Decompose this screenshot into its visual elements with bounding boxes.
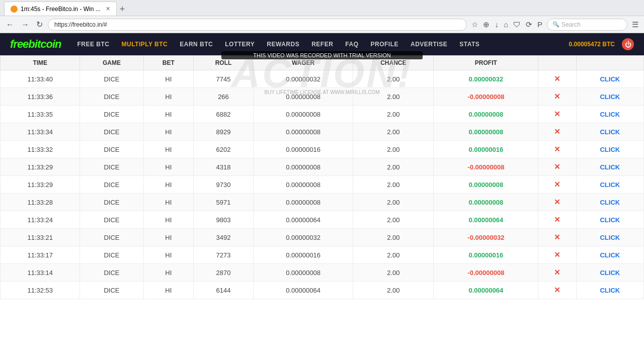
delete-button[interactable]: ✕	[554, 250, 560, 259]
forward-button[interactable]: →	[19, 19, 31, 30]
delete-button[interactable]: ✕	[554, 74, 560, 83]
delete-button[interactable]: ✕	[554, 145, 560, 153]
cell-click[interactable]: CLICK	[576, 158, 643, 176]
cell-roll: 5971	[194, 194, 254, 211]
delete-button[interactable]: ✕	[554, 198, 560, 206]
cell-delete[interactable]: ✕	[538, 246, 576, 264]
search-box[interactable]: 🔍 Search	[547, 19, 627, 31]
cell-time: 11:33:36	[1, 88, 80, 106]
click-link[interactable]: CLICK	[600, 128, 620, 136]
nav-earn-btc[interactable]: EARN BTC	[174, 33, 219, 55]
delete-button[interactable]: ✕	[554, 233, 560, 241]
cell-profit: -0.00000008	[434, 88, 538, 106]
cell-click[interactable]: CLICK	[576, 229, 643, 246]
click-link[interactable]: CLICK	[600, 216, 620, 224]
cell-click[interactable]: CLICK	[576, 70, 643, 88]
home-icon[interactable]: ⌂	[502, 19, 510, 30]
cell-click[interactable]: CLICK	[576, 88, 643, 106]
nav-multiply-btc[interactable]: MULTIPLY BTC	[115, 33, 174, 55]
cell-click[interactable]: CLICK	[576, 106, 643, 123]
new-tab-button[interactable]: +	[120, 4, 125, 16]
cell-bet: HI	[143, 123, 194, 141]
site-logo[interactable]: freebitcoin	[10, 38, 61, 51]
cell-delete[interactable]: ✕	[538, 194, 576, 211]
shield-icon[interactable]: 🛡	[512, 19, 522, 30]
bets-table-container[interactable]: TIME GAME BET ROLL WAGER CHANCE PROFIT 1…	[0, 55, 644, 344]
menu-icon[interactable]: ☰	[630, 19, 640, 30]
click-link[interactable]: CLICK	[600, 75, 620, 83]
url-input[interactable]: https://freebitco.in/#	[48, 19, 467, 31]
cell-delete[interactable]: ✕	[538, 282, 576, 299]
click-link[interactable]: CLICK	[600, 251, 620, 259]
cell-chance: 2.00	[353, 176, 434, 194]
cell-time: 11:33:29	[1, 176, 80, 194]
cell-click[interactable]: CLICK	[576, 194, 643, 211]
logout-button[interactable]: ⏻	[622, 38, 634, 50]
cell-wager: 0.00000008	[253, 158, 353, 176]
nav-free-btc[interactable]: FREE BTC	[71, 33, 115, 55]
cell-profit: 0.00000008	[434, 194, 538, 211]
click-link[interactable]: CLICK	[600, 111, 620, 118]
click-link[interactable]: CLICK	[600, 199, 620, 206]
cell-chance: 2.00	[353, 264, 434, 282]
cell-click[interactable]: CLICK	[576, 141, 643, 158]
cell-chance: 2.00	[353, 123, 434, 141]
cell-delete[interactable]: ✕	[538, 141, 576, 158]
cell-roll: 6202	[194, 141, 254, 158]
cell-roll: 8929	[194, 123, 254, 141]
click-link[interactable]: CLICK	[600, 93, 620, 101]
cell-click[interactable]: CLICK	[576, 264, 643, 282]
bookmark-icon[interactable]: ☆	[470, 19, 479, 30]
cell-click[interactable]: CLICK	[576, 282, 643, 299]
social-icon[interactable]: P	[536, 19, 544, 30]
tab-close-button[interactable]: ✕	[106, 6, 110, 12]
download-icon[interactable]: ↓	[493, 19, 500, 30]
extensions-icon[interactable]: ⊕	[481, 19, 491, 30]
cell-click[interactable]: CLICK	[576, 246, 643, 264]
reload-button[interactable]: ↻	[34, 19, 45, 30]
cell-delete[interactable]: ✕	[538, 123, 576, 141]
cell-delete[interactable]: ✕	[538, 106, 576, 123]
click-link[interactable]: CLICK	[600, 181, 620, 189]
click-link[interactable]: CLICK	[600, 269, 620, 277]
click-link[interactable]: CLICK	[600, 287, 620, 294]
table-row: 11:33:17 DICE HI 7273 0.00000016 2.00 0.…	[1, 246, 644, 264]
cell-roll: 2870	[194, 264, 254, 282]
click-link[interactable]: CLICK	[600, 234, 620, 241]
cell-delete[interactable]: ✕	[538, 176, 576, 194]
col-profit: PROFIT	[434, 56, 538, 70]
browser-toolbar-icons: ☆ ⊕ ↓ ⌂ 🛡 ⟳ P	[470, 19, 544, 30]
cell-click[interactable]: CLICK	[576, 123, 643, 141]
delete-button[interactable]: ✕	[554, 110, 560, 118]
cell-delete[interactable]: ✕	[538, 70, 576, 88]
delete-button[interactable]: ✕	[554, 215, 560, 224]
delete-button[interactable]: ✕	[554, 180, 560, 189]
cell-roll: 9730	[194, 176, 254, 194]
delete-button[interactable]: ✕	[554, 268, 560, 277]
back-button[interactable]: ←	[4, 19, 16, 30]
delete-button[interactable]: ✕	[554, 127, 560, 136]
delete-button[interactable]: ✕	[554, 162, 560, 171]
click-link[interactable]: CLICK	[600, 163, 620, 171]
cell-delete[interactable]: ✕	[538, 88, 576, 106]
cell-click[interactable]: CLICK	[576, 176, 643, 194]
cell-game: DICE	[80, 158, 143, 176]
cell-delete[interactable]: ✕	[538, 211, 576, 229]
click-link[interactable]: CLICK	[600, 146, 620, 153]
cell-delete[interactable]: ✕	[538, 158, 576, 176]
refresh-icon[interactable]: ⟳	[524, 19, 534, 30]
cell-game: DICE	[80, 123, 143, 141]
delete-button[interactable]: ✕	[554, 92, 560, 101]
cell-delete[interactable]: ✕	[538, 264, 576, 282]
col-delete	[538, 56, 576, 70]
active-tab[interactable]: 1m:45s - FreeBitco.in - Win ... ✕	[4, 2, 117, 16]
cell-click[interactable]: CLICK	[576, 211, 643, 229]
cell-game: DICE	[80, 246, 143, 264]
table-row: 11:33:28 DICE HI 5971 0.00000008 2.00 0.…	[1, 194, 644, 211]
cell-game: DICE	[80, 70, 143, 88]
table-row: 11:32:53 DICE HI 6144 0.00000064 2.00 0.…	[1, 282, 644, 299]
delete-button[interactable]: ✕	[554, 286, 560, 294]
cell-time: 11:33:17	[1, 246, 80, 264]
nav-stats[interactable]: STATS	[453, 33, 486, 55]
cell-delete[interactable]: ✕	[538, 229, 576, 246]
